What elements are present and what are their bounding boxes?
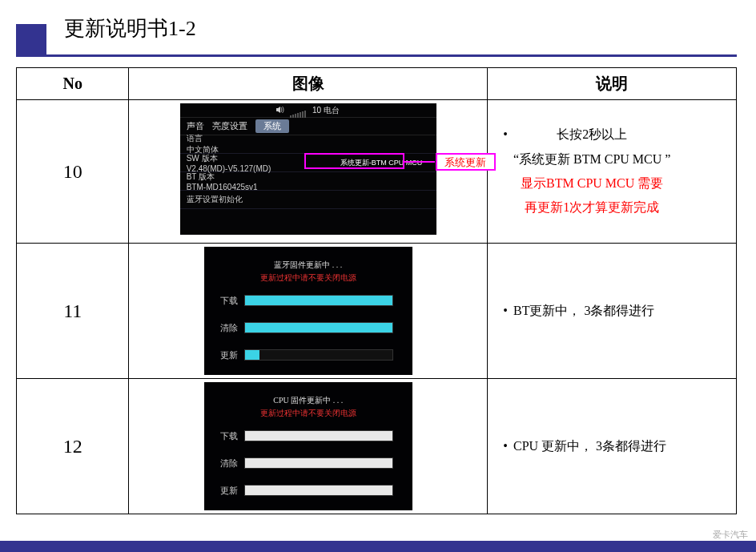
desc-line4: 再更新1次才算更新完成 [513, 195, 670, 220]
menu-row-bt-init[interactable]: 蓝牙设置初始化 [180, 191, 436, 209]
row-no: 10 [17, 100, 129, 244]
row-desc: • CPU 更新中， 3条都得进行 [487, 379, 736, 514]
menu-row-language[interactable]: 语言 中文简体 [180, 135, 436, 154]
bt-value: BTM-MD160425sv1 [187, 183, 436, 191]
bt-label: BT 版本 [187, 171, 436, 183]
progress-bar [244, 457, 393, 469]
screenshot-bt-update: 蓝牙固件更新中 . . . 更新过程中请不要关闭电源 下载 清除 更新 [204, 247, 412, 375]
update-title: CPU 固件更新中 . . . [204, 382, 412, 406]
callout-label: 系统更新 [436, 153, 496, 171]
progress-label: 更新 [204, 349, 244, 361]
progress-bar [244, 295, 393, 306]
progress-label: 清除 [204, 322, 244, 334]
status-bar: 10 电台 [180, 103, 436, 118]
progress-bar [244, 322, 393, 333]
status-text: 10 电台 [312, 106, 340, 115]
progress-row-update: 更新 [204, 480, 412, 501]
screenshot-cpu-update: CPU 固件更新中 . . . 更新过程中请不要关闭电源 下载 清除 更新 [204, 382, 412, 510]
screenshot-system-menu: 10 电台 声音 亮度设置 系统 语言 中文简体 [180, 103, 436, 235]
col-desc-header: 说明 [487, 68, 736, 100]
menu-row-bt-version[interactable]: BT 版本 BTM-MD160425sv1 [180, 172, 436, 191]
update-warning: 更新过程中请不要关闭电源 [204, 406, 412, 419]
progress-bar [244, 349, 393, 361]
tab-system[interactable]: 系统 [255, 119, 289, 133]
instruction-table: No 图像 说明 10 10 电台 [16, 67, 737, 514]
progress-fill [245, 323, 392, 332]
desc-text: CPU 更新中， 3条都得进行 [513, 434, 666, 458]
title-accent-block [16, 24, 46, 54]
tab-brightness[interactable]: 亮度设置 [212, 120, 247, 132]
progress-label: 更新 [204, 485, 244, 497]
lang-label: 语言 [187, 133, 436, 144]
volume-bars [290, 103, 307, 118]
progress-row-download: 下载 [204, 425, 412, 446]
table-header-row: No 图像 说明 [17, 68, 737, 100]
volume-icon [276, 103, 284, 118]
table-row: 12 CPU 固件更新中 . . . 更新过程中请不要关闭电源 下载 清除 更新 [17, 379, 737, 514]
row-desc: • BT更新中， 3条都得进行 [487, 244, 736, 379]
progress-fill [245, 431, 392, 441]
footer-bar [0, 541, 756, 552]
callout-line [404, 161, 435, 163]
desc-text: BT更新中， 3条都得进行 [513, 299, 654, 323]
row-no: 12 [17, 379, 129, 514]
desc-line3: 显示BTM CPU MCU 需要 [513, 171, 670, 195]
col-image-header: 图像 [129, 68, 487, 100]
table-row: 11 蓝牙固件更新中 . . . 更新过程中请不要关闭电源 下载 清除 更新 [17, 244, 737, 379]
progress-fill [245, 458, 392, 468]
progress-row-update: 更新 [204, 344, 412, 365]
progress-row-clear: 清除 [204, 453, 412, 473]
highlight-box [304, 153, 404, 169]
desc-line1: 长按2秒以上 [513, 123, 670, 147]
col-no-header: No [17, 68, 129, 100]
progress-fill [245, 296, 392, 305]
tab-audio[interactable]: 声音 [187, 120, 204, 132]
progress-bar [244, 430, 393, 441]
progress-fill [245, 486, 392, 495]
footer-watermark: 爱卡汽车 [713, 529, 748, 541]
desc-line2: “系统更新 BTM CPU MCU ” [513, 147, 670, 171]
update-warning: 更新过程中请不要关闭电源 [204, 271, 412, 284]
table-row: 10 10 电台 声音 亮度设置 [17, 100, 737, 244]
progress-fill [245, 350, 259, 360]
title-underline [16, 54, 737, 57]
progress-bar [244, 485, 393, 496]
progress-row-download: 下载 [204, 290, 412, 311]
progress-label: 清除 [204, 457, 244, 469]
progress-label: 下载 [204, 430, 244, 442]
update-title: 蓝牙固件更新中 . . . [204, 247, 412, 271]
progress-label: 下载 [204, 295, 244, 307]
row-no: 11 [17, 244, 129, 379]
page-title: 更新说明书1-2 [64, 14, 196, 42]
bt-init-label: 蓝牙设置初始化 [187, 194, 436, 205]
row-desc: • 长按2秒以上 “系统更新 BTM CPU MCU ” 显示BTM CPU M… [487, 100, 736, 244]
progress-row-clear: 清除 [204, 317, 412, 338]
